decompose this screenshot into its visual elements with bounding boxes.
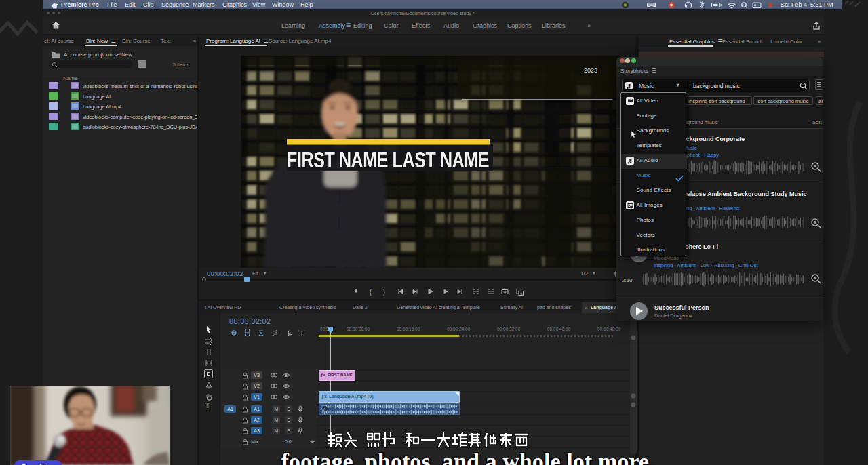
svg-text:{: { [370,289,372,296]
svg-text:}: } [383,289,385,296]
svg-text:ƒ: ƒ [323,407,326,411]
svg-text:2023: 2023 [584,67,597,74]
